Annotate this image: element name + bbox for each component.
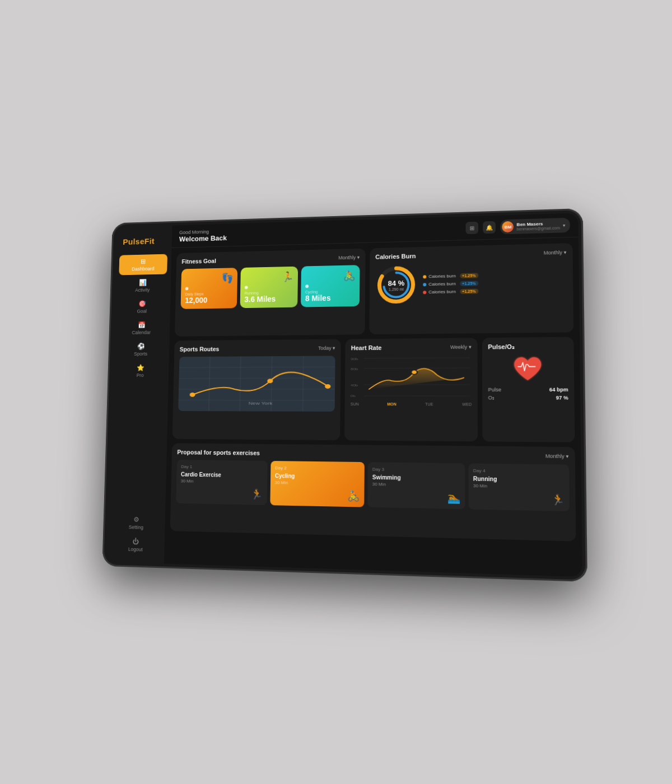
donut-center: 84 % 1,290 ml bbox=[375, 264, 417, 306]
pulse-card: Pulse/O₂ bbox=[482, 337, 575, 442]
sidebar-item-calendar[interactable]: 📅 Calendar bbox=[117, 318, 166, 338]
pulse-title: Pulse/O₂ bbox=[488, 343, 514, 351]
fitness-cards-container: 👣 Daily Steps 12,000 🏃 Running 3.6 Miles bbox=[181, 265, 360, 309]
svg-line-3 bbox=[179, 367, 335, 367]
topbar-right: ⊞ 🔔 BM Ben Masers benmasers@gmail.com ▾ bbox=[466, 218, 570, 235]
sidebar-item-sports[interactable]: ⚽ Sports bbox=[116, 339, 165, 360]
day-icon-1: 🏃 bbox=[180, 487, 263, 501]
legend-item-1: Calories burn +1.25% bbox=[423, 273, 478, 279]
calories-card: Calories Burn Monthly ▾ bbox=[369, 243, 573, 334]
day-duration-2: 30 Min bbox=[275, 480, 360, 487]
sidebar-item-activity[interactable]: 📊 Activity bbox=[118, 275, 167, 296]
running-dot bbox=[245, 286, 248, 289]
svg-point-23 bbox=[411, 370, 417, 374]
notification-icon-button[interactable]: 🔔 bbox=[483, 221, 496, 234]
sidebar-item-label: Activity bbox=[135, 287, 150, 293]
day-exercise-3: Swimming bbox=[372, 474, 460, 482]
day-exercise-2: Cycling bbox=[275, 473, 360, 480]
logo-highlight: Pulse bbox=[123, 237, 144, 246]
sidebar-item-label: Dashboard bbox=[132, 266, 154, 272]
running-icon: 🏃 bbox=[282, 271, 293, 283]
calories-content: 84 % 1,290 ml Calories burn +1.25% bbox=[375, 260, 567, 306]
svg-text:40b: 40b bbox=[351, 383, 358, 386]
calories-filter[interactable]: Monthly ▾ bbox=[544, 250, 567, 256]
legend-dot-3 bbox=[423, 291, 426, 294]
pulse-label: Pulse bbox=[488, 387, 501, 393]
cycling-dot bbox=[305, 284, 309, 288]
proposal-filter[interactable]: Monthly ▾ bbox=[545, 453, 569, 459]
sports-icon: ⚽ bbox=[137, 343, 145, 350]
sports-routes-title: Sports Routes bbox=[180, 346, 220, 352]
sidebar-item-dashboard[interactable]: ⊞ Dashboard bbox=[119, 254, 167, 276]
day-exercise-4: Running bbox=[473, 475, 564, 483]
fitness-goal-filter[interactable]: Monthly ▾ bbox=[338, 255, 360, 261]
running-value: 3.6 Miles bbox=[244, 294, 293, 304]
sidebar-item-logout[interactable]: ⏻ Logout bbox=[111, 534, 161, 556]
sidebar-item-pro[interactable]: ⭐ Pro bbox=[116, 361, 165, 381]
goal-icon: 🎯 bbox=[138, 300, 146, 307]
activity-icon: 📊 bbox=[139, 279, 147, 286]
main-content: Good Morning Welcome Back ⊞ 🔔 BM Ben Mas… bbox=[164, 213, 582, 577]
heart-rate-header: Heart Rate Weekly ▾ bbox=[351, 343, 472, 351]
legend-badge-2: +1.25% bbox=[460, 281, 478, 286]
row2: Sports Routes Today ▾ bbox=[172, 337, 575, 442]
svg-line-8 bbox=[240, 356, 241, 411]
svg-text:New York: New York bbox=[249, 400, 273, 405]
pulse-header: Pulse/O₂ bbox=[488, 343, 568, 351]
avatar: BM bbox=[502, 221, 514, 233]
legend-label-3: Calories burn bbox=[428, 289, 456, 295]
tablet-device: PulseFit ⊞ Dashboard 📊 Activity 🎯 Goal 📅… bbox=[102, 208, 587, 582]
legend-item-2: Calories burn +1.25% bbox=[423, 281, 478, 287]
sports-routes-card: Sports Routes Today ▾ bbox=[172, 339, 341, 440]
svg-text:80b: 80b bbox=[351, 367, 358, 370]
day-label-2: Day 2 bbox=[275, 465, 360, 472]
welcome-text: Welcome Back bbox=[179, 234, 227, 243]
day-exercise-1: Cardio Exercise bbox=[181, 471, 263, 478]
heart-rate-svg: 90b 80b 40b 0b bbox=[351, 355, 472, 401]
heart-rate-title: Heart Rate bbox=[351, 344, 382, 351]
calendar-icon: 📅 bbox=[138, 321, 146, 329]
sidebar-item-label: Pro bbox=[137, 372, 144, 378]
o2-value: 97 % bbox=[556, 395, 568, 400]
steps-icon: 👣 bbox=[221, 272, 233, 284]
sidebar-item-goal[interactable]: 🎯 Goal bbox=[118, 296, 166, 317]
user-badge[interactable]: BM Ben Masers benmasers@gmail.com ▾ bbox=[501, 218, 570, 235]
heart-svg bbox=[511, 355, 544, 384]
cycling-card: 🚴 Cycling 8 Miles bbox=[301, 265, 360, 307]
svg-line-20 bbox=[364, 368, 470, 368]
steps-dot bbox=[185, 287, 189, 290]
app-logo: PulseFit bbox=[115, 232, 172, 255]
svg-text:90b: 90b bbox=[351, 357, 359, 361]
sidebar-item-label: Goal bbox=[137, 309, 147, 314]
donut-sub: 1,290 ml bbox=[389, 287, 404, 291]
proposal-card: Proposal for sports exercises Monthly ▾ … bbox=[170, 443, 576, 542]
svg-point-11 bbox=[190, 393, 195, 397]
running-card: 🏃 Running 3.6 Miles bbox=[240, 267, 298, 308]
svg-line-10 bbox=[303, 356, 304, 412]
day-icon-4: 🏃 bbox=[473, 492, 564, 506]
legend-dot-1 bbox=[423, 275, 426, 278]
topbar-greeting-area: Good Morning Welcome Back bbox=[179, 228, 227, 243]
legend-label-2: Calories burn bbox=[428, 281, 455, 287]
heart-rate-filter[interactable]: Weekly ▾ bbox=[450, 344, 472, 349]
pro-icon: ⭐ bbox=[136, 364, 144, 371]
sidebar-item-setting[interactable]: ⚙ Setting bbox=[111, 512, 161, 534]
day-icon-3: 🏊 bbox=[372, 490, 460, 505]
donut-chart: 84 % 1,290 ml bbox=[375, 264, 417, 306]
calories-title: Calories Burn bbox=[375, 253, 416, 260]
pulse-heart bbox=[488, 354, 568, 384]
day-duration-1: 30 Min bbox=[181, 478, 263, 484]
hr-day-labels: SUN MON TUE WED bbox=[351, 402, 472, 407]
sidebar-item-label: Logout bbox=[128, 547, 143, 553]
svg-point-12 bbox=[267, 379, 273, 383]
sports-routes-filter[interactable]: Today ▾ bbox=[318, 345, 335, 351]
sidebar-item-label: Sports bbox=[134, 351, 147, 357]
svg-line-19 bbox=[364, 358, 470, 358]
o2-row: O₂ 97 % bbox=[488, 395, 568, 400]
svg-point-13 bbox=[325, 384, 330, 389]
grid-icon-button[interactable]: ⊞ bbox=[466, 222, 479, 234]
logout-icon: ⏻ bbox=[132, 538, 139, 545]
cycling-icon: 🚴 bbox=[343, 269, 356, 282]
day-label-1: Day 1 bbox=[181, 464, 263, 470]
hr-day-sun: SUN bbox=[351, 402, 359, 406]
